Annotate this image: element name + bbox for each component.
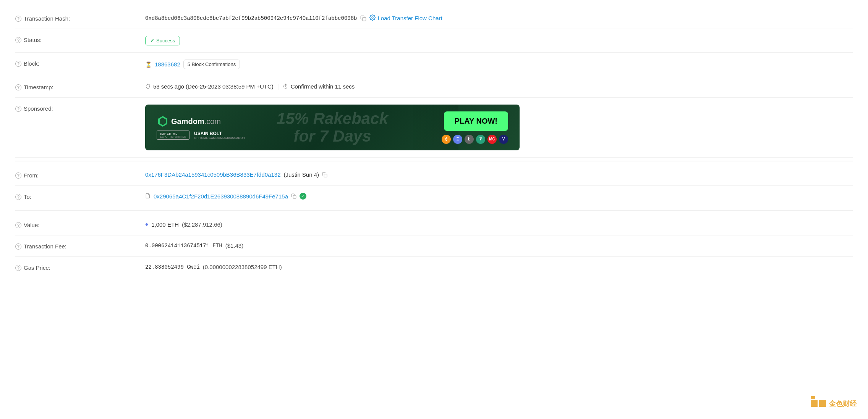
- fee-value-col: 0.000624141136745171 ETH ($1.43): [145, 242, 853, 249]
- from-label-col: ? From:: [15, 171, 138, 179]
- status-label: Status:: [24, 37, 42, 43]
- timestamp-value-col: ⏱ 53 secs ago (Dec-25-2023 03:38:59 PM +…: [145, 83, 853, 90]
- timestamp-label-col: ? Timestamp:: [15, 83, 138, 90]
- block-label-col: ? Block:: [15, 60, 138, 67]
- block-number-link[interactable]: 18863682: [155, 61, 180, 68]
- usain-bolt-sub: OFFICIAL GAMDOM AMBASSADOR: [194, 136, 245, 140]
- value-eth-text: 1,000 ETH: [151, 221, 179, 228]
- banner-right: PLAY NOW! ₿ Ξ Ł ₮ MC V: [442, 111, 508, 144]
- from-address-link[interactable]: 0x176F3DAb24a159341c0509bB36B833E7fdd0a1…: [145, 171, 280, 178]
- sponsored-value-col: Gamdom.com IMPERIAL ESPORTS PARTNER USAI…: [145, 105, 853, 150]
- value-usd-text: ($2,287,912.66): [182, 221, 222, 228]
- timestamp-help-icon[interactable]: ?: [15, 84, 21, 90]
- block-help-icon[interactable]: ?: [15, 61, 21, 67]
- rakeback-text-1: 15% Rakeback: [277, 110, 388, 127]
- tx-hash-help-icon[interactable]: ?: [15, 16, 21, 22]
- fee-label: Transaction Fee:: [24, 243, 66, 250]
- status-help-icon[interactable]: ?: [15, 37, 21, 43]
- gas-help-icon[interactable]: ?: [15, 265, 21, 271]
- from-name-text: (Justin Sun 4): [283, 171, 319, 178]
- transaction-hash-value-col: 0xd8a8bed06e3a808cdc8be7abf2cf99b2ab5009…: [145, 15, 853, 22]
- gamdom-brand-text: Gamdom.com: [171, 117, 221, 126]
- status-badge: ✓ Success: [145, 36, 180, 45]
- section-divider: [15, 161, 853, 161]
- svg-rect-0: [363, 18, 366, 21]
- sponsored-row: ? Sponsored: Gamdom.com: [15, 98, 853, 158]
- section-divider-2: [15, 210, 853, 211]
- fee-row: ? Transaction Fee: 0.000624141136745171 …: [15, 235, 853, 257]
- svg-rect-5: [293, 195, 296, 198]
- fee-usd-text: ($1.43): [225, 242, 244, 249]
- fee-label-col: ? Transaction Fee:: [15, 242, 138, 250]
- contract-icon: [145, 193, 151, 200]
- value-value-col: ♦ 1,000 ETH ($2,287,912.66): [145, 221, 853, 228]
- visa-icon: V: [499, 135, 508, 144]
- status-label-col: ? Status:: [15, 36, 138, 43]
- value-label-col: ? Value:: [15, 221, 138, 228]
- play-now-button[interactable]: PLAY NOW!: [444, 111, 508, 131]
- imperial-badge: IMPERIAL ESPORTS PARTNER: [157, 131, 189, 140]
- fee-help-icon[interactable]: ?: [15, 243, 21, 250]
- to-verified-icon: ✓: [300, 193, 306, 200]
- ethereum-icon: Ξ: [453, 135, 462, 144]
- load-chart-text: Load Transfer Flow Chart: [378, 15, 442, 21]
- from-copy-icon[interactable]: [322, 172, 327, 177]
- tx-hash-label: Transaction Hash:: [24, 15, 70, 22]
- sponsored-label: Sponsored:: [24, 105, 53, 112]
- sponsored-label-col: ? Sponsored:: [15, 105, 138, 112]
- transaction-hash-label-col: ? Transaction Hash:: [15, 15, 138, 22]
- value-row: ? Value: ♦ 1,000 ETH ($2,287,912.66): [15, 214, 853, 235]
- from-row: ? From: 0x176F3DAb24a159341c0509bB36B833…: [15, 164, 853, 186]
- from-help-icon[interactable]: ?: [15, 172, 21, 179]
- value-label: Value:: [24, 222, 39, 228]
- clock-icon-2: ⏱: [283, 83, 288, 90]
- usain-bolt-label: USAIN BOLT: [194, 131, 245, 136]
- success-check-icon: ✓: [150, 38, 154, 44]
- gas-eth-text: (0.000000022838052499 ETH): [203, 264, 282, 270]
- load-chart-button[interactable]: PLAY NOW! Load Transfer Flow Chart: [369, 15, 442, 22]
- litecoin-icon: Ł: [465, 135, 474, 144]
- value-help-icon[interactable]: ?: [15, 222, 21, 228]
- imperial-sub: ESPORTS PARTNER: [160, 135, 186, 138]
- gas-label: Gas Price:: [24, 264, 50, 271]
- fee-eth-text: 0.000624141136745171 ETH: [145, 243, 222, 249]
- sponsor-banner[interactable]: Gamdom.com IMPERIAL ESPORTS PARTNER USAI…: [145, 105, 520, 150]
- bitcoin-icon: ₿: [442, 135, 451, 144]
- block-label: Block:: [24, 60, 39, 67]
- sponsored-help-icon[interactable]: ?: [15, 106, 21, 112]
- timestamp-row: ? Timestamp: ⏱ 53 secs ago (Dec-25-2023 …: [15, 76, 853, 98]
- to-label-col: ? To:: [15, 193, 138, 200]
- confirmed-within-text: Confirmed within 11 secs: [291, 83, 355, 90]
- gas-label-col: ? Gas Price:: [15, 264, 138, 271]
- mastercard-icon: MC: [487, 135, 497, 144]
- tx-hash-value: 0xd8a8bed06e3a808cdc8be7abf2cf99b2ab5009…: [145, 15, 357, 21]
- gamdom-hex-icon: [157, 115, 169, 127]
- timestamp-ago: 53 secs ago (Dec-25-2023 03:38:59 PM +UT…: [153, 83, 274, 90]
- status-value-text: Success: [156, 38, 175, 44]
- to-label: To:: [24, 193, 31, 200]
- timestamp-label: Timestamp:: [24, 84, 53, 90]
- transaction-hash-row: ? Transaction Hash: 0xd8a8bed06e3a808cdc…: [15, 8, 853, 29]
- usain-bolt-badge: USAIN BOLT OFFICIAL GAMDOM AMBASSADOR: [194, 131, 245, 140]
- block-row: ? Block: ⏳ 18863682 5 Block Confirmation…: [15, 53, 853, 76]
- to-row: ? To: 0x29065a4C1f2F20d1E263930088890d6F…: [15, 186, 853, 207]
- imperial-label: IMPERIAL: [160, 132, 186, 135]
- payment-icons: ₿ Ξ Ł ₮ MC V: [442, 135, 508, 144]
- tx-hash-copy-icon[interactable]: [360, 15, 366, 21]
- block-value-col: ⏳ 18863682 5 Block Confirmations: [145, 60, 853, 69]
- block-hourglass-icon: ⏳: [145, 61, 152, 68]
- banner-center: 15% Rakeback for 7 Days: [277, 110, 388, 145]
- to-copy-icon[interactable]: [291, 193, 296, 199]
- to-value-col: 0x29065a4C1f2F20d1E263930088890d6F49Fe71…: [145, 193, 853, 200]
- clock-icon: ⏱: [145, 83, 151, 90]
- timestamp-text: ⏱ 53 secs ago (Dec-25-2023 03:38:59 PM +…: [145, 83, 355, 90]
- rakeback-text-2: for 7 Days: [277, 127, 388, 145]
- gas-value-col: 22.838052499 Gwei (0.000000022838052499 …: [145, 264, 853, 270]
- svg-point-1: [372, 17, 373, 18]
- status-row: ? Status: ✓ Success: [15, 29, 853, 53]
- to-address-link[interactable]: 0x29065a4C1f2F20d1E263930088890d6F49Fe71…: [154, 193, 288, 200]
- to-help-icon[interactable]: ?: [15, 194, 21, 200]
- eth-diamond-icon: ♦: [145, 221, 148, 228]
- partners-row: IMPERIAL ESPORTS PARTNER USAIN BOLT OFFI…: [157, 131, 245, 140]
- confirmations-badge: 5 Block Confirmations: [183, 60, 240, 69]
